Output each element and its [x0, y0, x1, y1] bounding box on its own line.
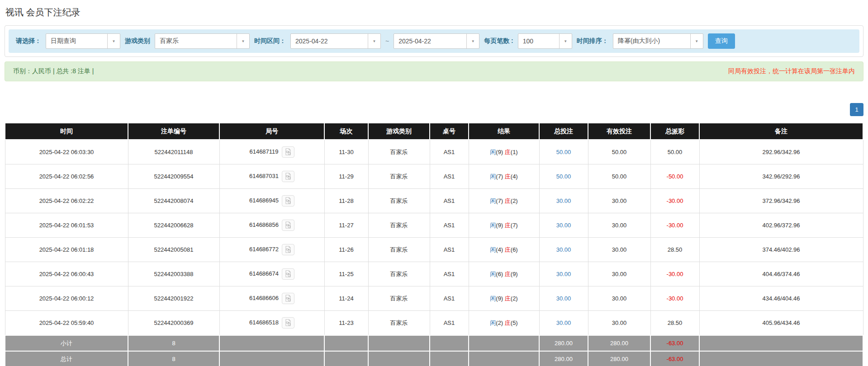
table-row: 2025-04-22 06:00:43522442003388614686674… — [5, 262, 863, 286]
cell-game-type: 百家乐 — [368, 213, 430, 238]
summary-cell: 280.00 — [588, 335, 650, 351]
cell-time: 2025-04-22 06:00:43 — [5, 262, 128, 286]
summary-cell: -63.00 — [650, 335, 699, 351]
cell-round-id: 614686772 — [219, 238, 324, 262]
cell-remark: 374.46/402.96 — [699, 238, 863, 262]
pagination: 1 — [5, 103, 863, 116]
cell-game-type: 百家乐 — [368, 238, 430, 262]
total-bet-link[interactable]: 30.00 — [556, 222, 571, 229]
result-player-value: (2) — [496, 319, 503, 326]
cell-bet-id: 522442005081 — [128, 238, 219, 262]
video-replay-button[interactable] — [282, 195, 294, 206]
cell-payout: -50.00 — [650, 164, 699, 189]
column-header: 有效投注 — [588, 123, 650, 140]
result-banker-label: 庄 — [505, 246, 511, 253]
cell-session: 11-29 — [324, 164, 368, 189]
cell-time: 2025-04-22 06:02:22 — [5, 189, 128, 213]
round-id-text: 614686674 — [249, 270, 279, 277]
cell-round-id: 614686856 — [219, 213, 324, 238]
cell-time: 2025-04-22 06:00:12 — [5, 286, 128, 311]
video-replay-button[interactable] — [282, 293, 294, 304]
date-from-select-value: 2025-04-22 — [291, 34, 368, 48]
result-player-value: (9) — [496, 149, 503, 155]
round-id-text: 614686772 — [249, 246, 279, 253]
table-row: 2025-04-22 06:00:12522442001922614686606… — [5, 286, 863, 311]
video-replay-button[interactable] — [282, 244, 294, 255]
page-size-select[interactable]: 100▼ — [518, 33, 572, 49]
cell-valid-bet: 50.00 — [588, 164, 650, 189]
cell-round-id: 614686945 — [219, 189, 324, 213]
date-from-select[interactable]: 2025-04-22▼ — [290, 33, 381, 49]
column-header: 注单编号 — [128, 123, 219, 140]
notice-text: 同局有效投注，统一计算在该局第一张注单内 — [728, 67, 855, 75]
cell-payout: -30.00 — [650, 262, 699, 286]
result-text: 闲(7) 庄(2) — [490, 197, 517, 204]
page-title: 视讯 会员下注纪录 — [5, 6, 863, 19]
cell-result: 闲(2) 庄(5) — [469, 311, 539, 336]
total-bet-link[interactable]: 50.00 — [556, 149, 571, 155]
tilde-separator: ~ — [385, 38, 389, 45]
cell-remark: 372.96/342.96 — [699, 189, 863, 213]
cell-session: 11-26 — [324, 238, 368, 262]
cell-session: 11-25 — [324, 262, 368, 286]
video-icon — [285, 197, 292, 204]
total-bet-link[interactable]: 50.00 — [556, 173, 571, 180]
summary-bar: 币别：人民币 | 总共 :8 注单 | 同局有效投注，统一计算在该局第一张注单内 — [5, 61, 863, 81]
round-id-text: 614686945 — [249, 197, 279, 204]
cell-table-no: AS1 — [430, 189, 469, 213]
video-replay-button[interactable] — [282, 268, 294, 279]
date-to-select[interactable]: 2025-04-22▼ — [394, 33, 479, 49]
video-replay-button[interactable] — [282, 171, 294, 182]
cell-total-bet: 30.00 — [539, 213, 588, 238]
query-type-select[interactable]: 日期查询▼ — [46, 33, 120, 49]
page-1-button[interactable]: 1 — [850, 103, 863, 116]
total-bet-link[interactable]: 30.00 — [556, 319, 571, 326]
game-type-label: 游戏类别 — [125, 37, 150, 45]
game-type-select[interactable]: 百家乐▼ — [155, 33, 250, 49]
cell-round-id: 614686606 — [219, 286, 324, 311]
total-bet-link[interactable]: 30.00 — [556, 271, 571, 277]
table-row: 2025-04-22 06:03:30522442011148614687119… — [5, 140, 863, 164]
video-replay-button[interactable] — [282, 146, 294, 157]
total-bet-link[interactable]: 30.00 — [556, 295, 571, 302]
cell-result: 闲(7) 庄(4) — [469, 164, 539, 189]
total-bet-link[interactable]: 30.00 — [556, 246, 571, 253]
summary-cell — [219, 351, 324, 366]
result-banker-label: 庄 — [505, 149, 511, 155]
filter-bar: 请选择：日期查询▼游戏类别百家乐▼时间区间：2025-04-22▼~2025-0… — [9, 29, 859, 53]
result-player-label: 闲 — [490, 271, 496, 277]
cell-game-type: 百家乐 — [368, 164, 430, 189]
round-id-wrap: 614687031 — [249, 173, 294, 179]
cell-remark: 342.96/292.96 — [699, 164, 863, 189]
cell-remark: 434.46/404.46 — [699, 286, 863, 311]
cell-game-type: 百家乐 — [368, 140, 430, 164]
video-replay-button[interactable] — [282, 220, 294, 230]
cell-game-type: 百家乐 — [368, 311, 430, 336]
cell-session: 11-27 — [324, 213, 368, 238]
cell-valid-bet: 30.00 — [588, 311, 650, 336]
cell-total-bet: 30.00 — [539, 311, 588, 336]
total-bet-link[interactable]: 30.00 — [556, 197, 571, 204]
table-body: 2025-04-22 06:03:30522442011148614687119… — [5, 140, 863, 335]
query-button[interactable]: 查询 — [708, 33, 735, 49]
summary-cell: 280.00 — [539, 351, 588, 366]
summary-cell — [430, 351, 469, 366]
result-banker-value: (4) — [511, 173, 518, 180]
cell-payout: 28.50 — [650, 311, 699, 336]
cell-result: 闲(9) 庄(7) — [469, 213, 539, 238]
summary-cell — [699, 335, 863, 351]
cell-bet-id: 522442006628 — [128, 213, 219, 238]
column-header: 时间 — [5, 123, 128, 140]
column-header: 局号 — [219, 123, 324, 140]
result-player-value: (7) — [496, 173, 503, 180]
cell-bet-id: 522442001922 — [128, 286, 219, 311]
chevron-down-icon: ▼ — [237, 34, 249, 48]
cell-bet-id: 522442003388 — [128, 262, 219, 286]
video-icon — [285, 295, 292, 302]
query-type-label: 请选择： — [16, 37, 41, 45]
video-replay-button[interactable] — [282, 317, 294, 328]
cell-result: 闲(6) 庄(9) — [469, 262, 539, 286]
time-sort-select[interactable]: 降幂(由大到小)▼ — [613, 33, 703, 49]
summary-row: 小计8280.00280.00-63.00 — [5, 335, 863, 351]
result-text: 闲(7) 庄(4) — [490, 173, 517, 180]
